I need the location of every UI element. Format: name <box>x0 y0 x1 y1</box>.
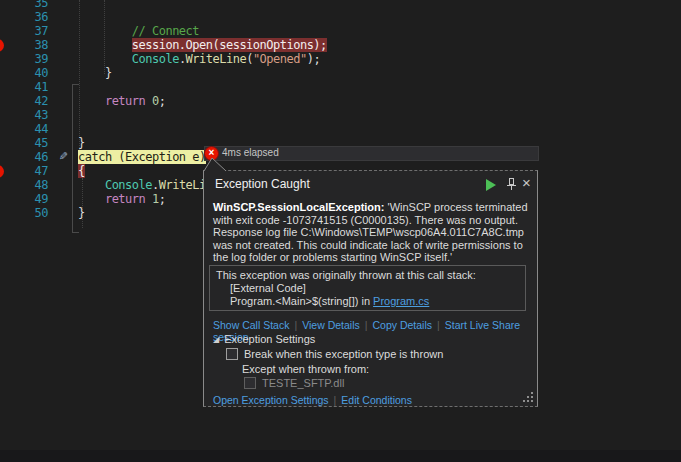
line-number[interactable]: 41 <box>0 80 48 94</box>
resize-grip[interactable] <box>523 392 534 403</box>
line-number[interactable]: 50 <box>0 206 48 220</box>
close-icon[interactable]: × <box>522 174 531 191</box>
block-structure-hook <box>72 232 79 233</box>
line-number[interactable]: 46 <box>0 150 48 164</box>
copy-details-link[interactable]: Copy Details <box>373 319 433 331</box>
popup-callout-pointer <box>202 157 228 172</box>
except-when-thrown-label: Except when thrown from: <box>242 363 369 375</box>
line-number[interactable]: 47 <box>0 164 48 178</box>
break-when-thrown-label: Break when this exception type is thrown <box>244 348 443 360</box>
code-line-39[interactable]: 39 Console.WriteLine("Opened"); <box>0 52 681 66</box>
open-exception-settings-link[interactable]: Open Exception Settings <box>213 394 329 406</box>
code-line-40[interactable]: 40 } <box>0 66 681 80</box>
line-number[interactable]: 38 <box>0 38 48 52</box>
code-line-42[interactable]: 42 return 0; <box>0 94 681 108</box>
code-line-41[interactable]: 41 <box>0 80 681 94</box>
continue-execution-icon[interactable] <box>486 179 496 191</box>
line-number[interactable]: 36 <box>0 10 48 24</box>
code-line-35[interactable]: 35 <box>0 0 681 10</box>
panel-edge <box>0 450 681 462</box>
edit-conditions-link[interactable]: Edit Conditions <box>341 394 412 406</box>
call-stack-intro: This exception was originally thrown at … <box>216 269 519 282</box>
exception-settings-header[interactable]: Exception Settings <box>224 333 315 345</box>
show-call-stack-link[interactable]: Show Call Stack <box>213 319 289 331</box>
vs-debugger-screen: 353637 // Connect38 session.Open(session… <box>0 0 681 462</box>
break-when-thrown-checkbox[interactable] <box>226 348 238 360</box>
line-number[interactable]: 39 <box>0 52 48 66</box>
perf-tip[interactable]: ≤ × 4ms elapsed <box>204 146 539 161</box>
line-number[interactable]: 49 <box>0 192 48 206</box>
perf-tip-label: 4ms elapsed <box>222 147 279 159</box>
code-line-38[interactable]: 38 session.Open(sessionOptions); <box>0 38 681 52</box>
module-checkbox[interactable] <box>244 377 256 389</box>
code-line-43[interactable]: 43 <box>0 108 681 122</box>
pin-icon[interactable] <box>505 178 517 191</box>
line-number[interactable]: 45 <box>0 136 48 150</box>
pencil-icon: ✎ <box>52 150 68 164</box>
line-number[interactable]: 44 <box>0 122 48 136</box>
line-number[interactable]: 48 <box>0 178 48 192</box>
stack-frame: Program.<Main>$(string[]) in Program.cs <box>216 295 519 308</box>
module-label: TESTE_SFTP.dll <box>262 377 344 389</box>
line-number[interactable]: 35 <box>0 0 48 10</box>
code-line-36[interactable]: 36 <box>0 10 681 24</box>
line-number[interactable]: 43 <box>0 108 48 122</box>
exception-message: WinSCP.SessionLocalException: 'WinSCP pr… <box>213 201 531 264</box>
popup-title: Exception Caught <box>215 177 310 191</box>
exception-type: WinSCP.SessionLocalException: <box>213 201 384 213</box>
expander-icon[interactable]: ◢ <box>213 335 219 344</box>
view-details-link[interactable]: View Details <box>302 319 360 331</box>
call-stack-box: This exception was originally thrown at … <box>209 265 526 311</box>
source-file-link[interactable]: Program.cs <box>373 295 429 307</box>
code-line-37[interactable]: 37 // Connect <box>0 24 681 38</box>
line-number[interactable]: 40 <box>0 66 48 80</box>
line-number[interactable]: 37 <box>0 24 48 38</box>
stack-frame: [External Code] <box>216 282 519 295</box>
code-line-44[interactable]: 44 <box>0 122 681 136</box>
line-number[interactable]: 42 <box>0 94 48 108</box>
exception-popup: Exception Caught × WinSCP.SessionLocalEx… <box>203 170 538 407</box>
